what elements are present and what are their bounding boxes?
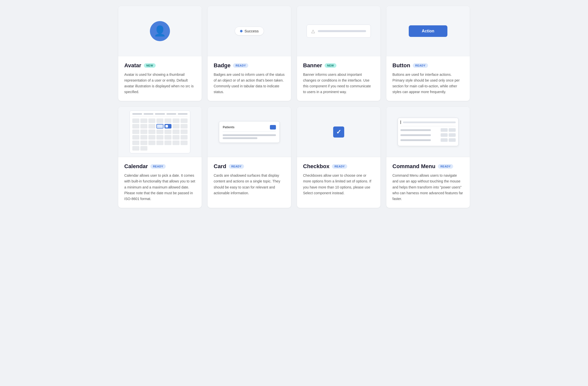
warning-icon: △ [311,28,315,34]
card-calendar-status: READY [150,164,166,169]
card-card-preview: Patients [208,107,291,157]
card-button-preview: Action [386,6,470,56]
card-card-status: READY [229,164,244,169]
svg-rect-1 [165,125,168,127]
card-calendar-preview [118,107,202,157]
card-command-menu-title-row: Command Menu READY [392,163,464,170]
badge-label: Success [245,29,259,33]
card-calendar-desc: Calendar allows user to pick a date. It … [124,173,196,202]
card-button[interactable]: Action Button READY Buttons are used for… [386,6,470,101]
card-demo-header: Patients [223,125,276,132]
checkmark-icon: ✓ [336,128,341,136]
checkbox-demo: ✓ [333,126,344,138]
card-button-title: Button [392,62,410,69]
card-avatar-desc: Avatar is used for showing a thumbnail r… [124,72,196,95]
command-menu-demo [398,118,458,146]
card-avatar[interactable]: 👤 Avatar NEW Avatar is used for showing … [118,6,202,101]
card-avatar-status: NEW [144,63,156,68]
user-icon: 👤 [154,25,166,37]
cmd-row-2 [400,133,455,137]
card-checkbox-status: READY [332,164,347,169]
card-banner[interactable]: △ Banner NEW Banner informs users about … [297,6,380,101]
card-checkbox-desc: Checkboxes allow user to choose one or m… [303,173,374,196]
card-command-menu-status: READY [438,164,453,169]
card-command-menu-preview [386,107,470,157]
card-banner-status: NEW [325,63,336,68]
card-banner-preview: △ [297,6,380,56]
card-demo-title: Patients [223,125,234,129]
calendar-grid [132,118,187,151]
card-button-desc: Buttons are used for interface actions. … [392,72,464,95]
card-card-content: Card READY Cards are shadowed surfaces t… [208,157,291,208]
card-command-menu-title: Command Menu [392,163,435,170]
card-badge-desc: Badges are used to inform users of the s… [214,72,285,95]
card-badge-title-row: Badge READY [214,62,285,69]
cmd-cursor-icon [400,120,401,124]
card-calendar-title-row: Calendar READY [124,163,196,170]
card-checkbox-title: Checkbox [303,163,329,170]
card-badge-status: READY [233,63,248,68]
card-avatar-title: Avatar [124,62,141,69]
banner-content-line [318,30,366,32]
card-checkbox[interactable]: ✓ Checkbox READY Checkboxes allow user t… [297,107,380,208]
card-badge-title: Badge [214,62,230,69]
card-card-desc: Cards are shadowed surfaces that display… [214,173,285,196]
card-badge[interactable]: Success Badge READY Badges are used to i… [208,6,291,101]
card-checkbox-content: Checkbox READY Checkboxes allow user to … [297,157,380,208]
card-banner-title: Banner [303,62,322,69]
card-banner-content: Banner NEW Banner informs users about im… [297,56,380,101]
card-badge-preview: Success [208,6,291,56]
component-grid: 👤 Avatar NEW Avatar is used for showing … [118,6,470,208]
card-calendar-content: Calendar READY Calendar allows user to p… [118,157,202,208]
card-avatar-title-row: Avatar NEW [124,62,196,69]
avatar-demo: 👤 [150,21,170,41]
card-command-menu[interactable]: Command Menu READY Command Menu allows u… [386,107,470,208]
card-avatar-content: Avatar NEW Avatar is used for showing a … [118,56,202,101]
card-demo: Patients [219,121,279,143]
card-button-status: READY [413,63,428,68]
card-avatar-preview: 👤 [118,6,202,56]
card-demo-content [223,134,276,139]
cmd-row-3 [400,138,455,142]
card-card[interactable]: Patients Card READY Cards are shadowed s… [208,107,291,208]
card-checkbox-preview: ✓ [297,107,380,157]
cmd-row-1 [400,128,455,132]
button-demo[interactable]: Action [409,25,447,37]
card-command-menu-desc: Command Menu allows users to navigate an… [392,173,464,202]
selected-date-icon [164,124,169,128]
banner-demo: △ [307,25,371,38]
calendar-demo [130,110,190,153]
card-button-content: Button READY Buttons are used for interf… [386,56,470,101]
calendar-header [132,113,187,116]
card-banner-desc: Banner informs users about important cha… [303,72,374,95]
card-calendar[interactable]: Calendar READY Calendar allows user to p… [118,107,202,208]
card-button-title-row: Button READY [392,62,464,69]
card-calendar-title: Calendar [124,163,148,170]
card-card-title: Card [214,163,226,170]
card-demo-button [270,125,276,130]
cmd-input-row [400,120,455,126]
card-command-menu-content: Command Menu READY Command Menu allows u… [386,157,470,208]
badge-demo: Success [235,27,264,35]
badge-dot-icon [240,30,243,32]
card-card-title-row: Card READY [214,163,285,170]
card-badge-content: Badge READY Badges are used to inform us… [208,56,291,101]
card-banner-title-row: Banner NEW [303,62,374,69]
card-checkbox-title-row: Checkbox READY [303,163,374,170]
